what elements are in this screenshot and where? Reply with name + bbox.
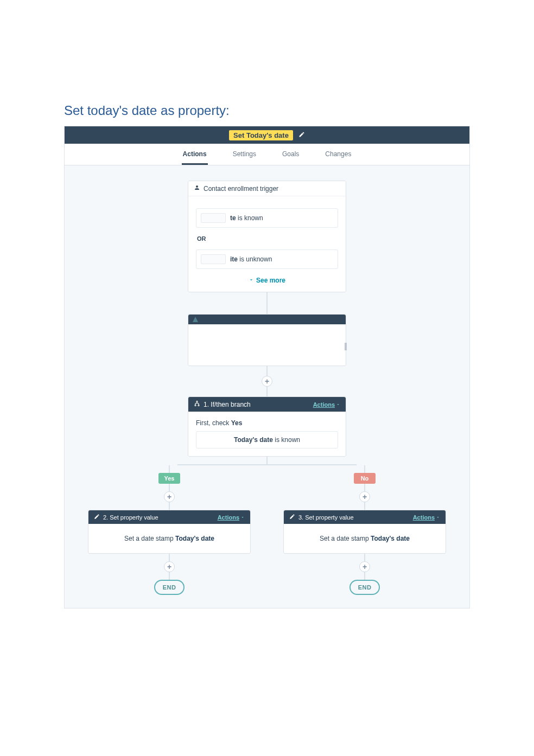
- enrollment-trigger-title: Contact enrollment trigger: [204, 185, 278, 193]
- contact-icon: [194, 184, 200, 193]
- branch-actions-menu[interactable]: Actions: [313, 401, 340, 408]
- card-body: [188, 324, 346, 366]
- caret-down-icon: [436, 515, 440, 520]
- card-header: [188, 315, 346, 324]
- enrollment-condition-1[interactable]: te is known: [196, 208, 338, 228]
- pencil-icon[interactable]: [298, 131, 305, 139]
- tab-actions[interactable]: Actions: [182, 144, 208, 165]
- editor-tabs: Actions Settings Goals Changes: [65, 144, 469, 165]
- enrollment-condition-2[interactable]: ite is unknown: [196, 249, 338, 269]
- branch-yes-column: Yes + 2. Set property value: [88, 465, 251, 595]
- tab-settings[interactable]: Settings: [232, 144, 257, 165]
- end-node: END: [349, 580, 380, 595]
- end-node: END: [154, 580, 185, 595]
- branch-first-check: First, check Yes: [196, 419, 338, 427]
- tab-changes[interactable]: Changes: [324, 144, 352, 165]
- condition-text: ite is unknown: [230, 255, 272, 263]
- chevron-down-icon: [249, 277, 254, 284]
- card-body: Set a date stamp Today's date: [284, 524, 446, 553]
- card-title: 2. Set property value: [103, 514, 158, 521]
- connector-line: [266, 366, 268, 376]
- page-heading: Set today's date as property:: [0, 103, 534, 126]
- branch-no-badge: No: [354, 473, 376, 484]
- card-actions-menu[interactable]: Actions: [413, 514, 440, 521]
- condition-text: te is known: [230, 214, 263, 222]
- branch-yes-badge: Yes: [158, 473, 180, 484]
- branch-title: 1. If/then branch: [204, 401, 251, 408]
- caret-down-icon: [336, 402, 340, 407]
- add-step-button[interactable]: +: [262, 376, 272, 387]
- workflow-canvas[interactable]: Contact enrollment trigger te is known O…: [65, 165, 469, 608]
- sitemap-icon: [194, 400, 200, 408]
- workflow-step-card[interactable]: [188, 314, 346, 366]
- workflow-editor: Set Today's date Actions Settings Goals …: [64, 126, 470, 608]
- add-step-button[interactable]: +: [164, 561, 175, 572]
- edit-icon: [94, 514, 100, 521]
- set-property-card-left[interactable]: 2. Set property value Actions Set a date…: [88, 510, 251, 554]
- caret-down-icon: [240, 515, 245, 520]
- branch-no-column: No + 3. Set property value: [283, 465, 446, 595]
- connector-line: [266, 292, 268, 314]
- add-step-button[interactable]: +: [164, 491, 175, 502]
- editor-header: Set Today's date: [65, 126, 469, 144]
- edit-icon: [289, 514, 295, 521]
- branch-split: Yes + 2. Set property value: [88, 457, 446, 595]
- set-property-card-right[interactable]: 3. Set property value Actions Set a date…: [283, 510, 446, 554]
- condition-chip: [201, 254, 226, 264]
- card-actions-menu[interactable]: Actions: [218, 514, 245, 521]
- or-label: OR: [196, 232, 338, 245]
- enrollment-trigger-card[interactable]: Contact enrollment trigger te is known O…: [188, 181, 346, 292]
- workflow-title[interactable]: Set Today's date: [229, 130, 293, 140]
- branch-card[interactable]: 1. If/then branch Actions First, check Y…: [188, 396, 346, 457]
- see-more-link[interactable]: See more: [196, 273, 338, 284]
- add-step-button[interactable]: +: [359, 491, 370, 502]
- add-step-button[interactable]: +: [359, 561, 370, 572]
- connector-line: [266, 387, 268, 396]
- branch-condition[interactable]: Today's date is known: [196, 431, 338, 449]
- condition-chip: [201, 213, 226, 223]
- card-body: Set a date stamp Today's date: [88, 524, 250, 553]
- card-title: 3. Set property value: [298, 514, 354, 521]
- tab-goals[interactable]: Goals: [281, 144, 300, 165]
